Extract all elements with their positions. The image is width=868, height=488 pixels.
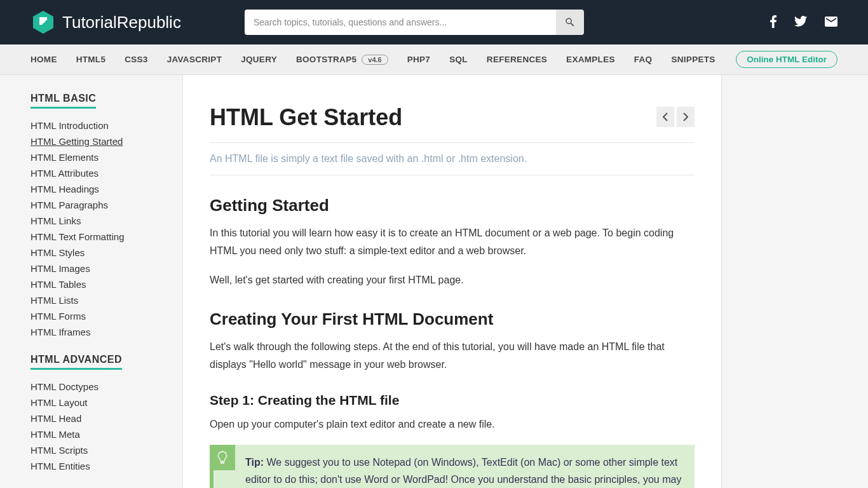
paragraph-step1: Open up your computer's plain text edito… (210, 416, 695, 433)
sidebar-item-headings[interactable]: HTML Headings (31, 181, 182, 197)
sidebar-advanced-heading: HTML ADVANCED (31, 354, 122, 370)
nav-faq[interactable]: FAQ (634, 55, 653, 64)
tip-label: Tip: (245, 457, 264, 468)
search-form (245, 10, 584, 35)
page-subtitle: An HTML file is simply a text file saved… (210, 142, 695, 175)
right-gutter (722, 75, 868, 488)
facebook-icon[interactable] (770, 15, 776, 30)
prev-page-button[interactable] (656, 107, 674, 127)
sidebar: HTML BASIC HTML Introduction HTML Gettin… (0, 75, 183, 488)
nav-javascript[interactable]: JAVASCRIPT (167, 55, 222, 64)
heading-creating-first: Creating Your First HTML Document (210, 309, 695, 329)
paragraph-intro-2: Well, let's get started with creating yo… (210, 271, 695, 289)
nav-snippets[interactable]: SNIPPETS (671, 55, 715, 64)
chevron-right-icon (683, 112, 688, 121)
sidebar-item-elements[interactable]: HTML Elements (31, 149, 182, 165)
sidebar-item-introduction[interactable]: HTML Introduction (31, 118, 182, 133)
nav-bootstrap5[interactable]: BOOTSTRAP5 (296, 55, 356, 64)
header: TutorialRepublic (0, 0, 868, 44)
pager (656, 107, 695, 127)
tip-box: Tip: We suggest you to use Notepad (on W… (210, 445, 695, 488)
sidebar-item-links[interactable]: HTML Links (31, 213, 182, 229)
next-page-button[interactable] (677, 107, 695, 127)
sidebar-basic-heading: HTML BASIC (31, 93, 96, 109)
nav-sql[interactable]: SQL (449, 55, 468, 64)
main-container: HTML BASIC HTML Introduction HTML Gettin… (0, 75, 868, 488)
heading-step1: Step 1: Creating the HTML file (210, 393, 695, 408)
sidebar-basic-section: HTML BASIC HTML Introduction HTML Gettin… (31, 93, 182, 340)
nav-css3[interactable]: CSS3 (125, 55, 147, 64)
sidebar-item-iframes[interactable]: HTML Iframes (31, 324, 182, 340)
lightbulb-icon (210, 445, 235, 470)
sidebar-item-meta[interactable]: HTML Meta (31, 426, 182, 442)
sidebar-item-forms[interactable]: HTML Forms (31, 308, 182, 324)
content-area: HTML Get Started An HTML file is simply … (183, 75, 722, 488)
social-links (770, 15, 837, 30)
sidebar-item-tables[interactable]: HTML Tables (31, 276, 182, 292)
page-title: HTML Get Started (210, 104, 695, 131)
sidebar-item-text-formatting[interactable]: HTML Text Formatting (31, 229, 182, 245)
paragraph-creating: Let's walk through the following steps. … (210, 338, 695, 374)
search-icon (564, 17, 576, 28)
logo[interactable]: TutorialRepublic (31, 10, 181, 35)
sidebar-item-scripts[interactable]: HTML Scripts (31, 442, 182, 458)
sidebar-item-images[interactable]: HTML Images (31, 261, 182, 276)
brand-text: TutorialRepublic (62, 13, 181, 32)
nav-php7[interactable]: PHP7 (407, 55, 430, 64)
sidebar-item-lists[interactable]: HTML Lists (31, 292, 182, 308)
sidebar-advanced-section: HTML ADVANCED HTML Doctypes HTML Layout … (31, 354, 182, 474)
nav-references[interactable]: REFERENCES (487, 55, 547, 64)
heading-getting-started: Getting Started (210, 196, 695, 215)
sidebar-item-attributes[interactable]: HTML Attributes (31, 165, 182, 181)
nav-html5[interactable]: HTML5 (76, 55, 106, 64)
sidebar-item-paragraphs[interactable]: HTML Paragraphs (31, 197, 182, 213)
sidebar-item-layout[interactable]: HTML Layout (31, 395, 182, 410)
sidebar-item-head[interactable]: HTML Head (31, 410, 182, 426)
nav-jquery[interactable]: JQUERY (241, 55, 277, 64)
chevron-left-icon (663, 112, 668, 121)
logo-icon (31, 10, 56, 35)
sidebar-item-entities[interactable]: HTML Entities (31, 458, 182, 474)
mail-icon[interactable] (825, 17, 837, 29)
sidebar-item-doctypes[interactable]: HTML Doctypes (31, 379, 182, 395)
sidebar-item-styles[interactable]: HTML Styles (31, 245, 182, 261)
online-editor-button[interactable]: Online HTML Editor (736, 51, 837, 68)
nav-version-badge[interactable]: v4.6 (362, 55, 388, 65)
nav-examples[interactable]: EXAMPLES (566, 55, 615, 64)
paragraph-intro-1: In this tutorial you will learn how easy… (210, 224, 695, 260)
nav-home[interactable]: HOME (31, 55, 57, 64)
twitter-icon[interactable] (794, 16, 807, 29)
sidebar-item-getting-started[interactable]: HTML Getting Started (31, 133, 182, 149)
search-input[interactable] (245, 10, 556, 35)
tip-text: We suggest you to use Notepad (on Window… (245, 457, 681, 488)
navbar: HOME HTML5 CSS3 JAVASCRIPT JQUERY BOOTST… (0, 44, 868, 75)
search-button[interactable] (556, 10, 584, 35)
